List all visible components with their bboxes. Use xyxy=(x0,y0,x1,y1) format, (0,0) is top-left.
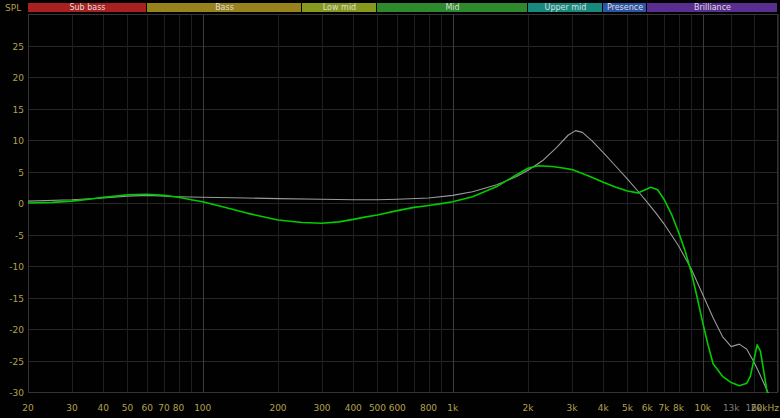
x-tick-label: 13k xyxy=(723,403,740,413)
x-tick-label: 20 xyxy=(22,403,34,413)
y-tick-label: -30 xyxy=(9,388,24,398)
x-tick-label: 8k xyxy=(673,403,685,413)
x-tick-label: 70 xyxy=(158,403,170,413)
x-tick-label: 400 xyxy=(345,403,362,413)
x-tick-label: 60 xyxy=(142,403,154,413)
x-tick-label: 800 xyxy=(420,403,437,413)
y-tick-label: -25 xyxy=(9,357,24,367)
x-tick-label: 6k xyxy=(642,403,654,413)
y-tick-label: -10 xyxy=(9,262,24,272)
y-tick-label: 10 xyxy=(13,136,25,146)
x-tick-label: 200 xyxy=(269,403,286,413)
x-tick-label: 7k xyxy=(659,403,671,413)
x-tick-label: 40 xyxy=(98,403,110,413)
y-tick-label: 5 xyxy=(18,168,24,178)
x-tick-label: 50 xyxy=(122,403,134,413)
x-tick-label: 4k xyxy=(598,403,610,413)
y-tick-label: 20 xyxy=(13,73,25,83)
band-label: Brilliance xyxy=(694,3,731,12)
x-tick-label: 80 xyxy=(173,403,185,413)
band-label: Presence xyxy=(607,3,643,12)
frequency-response-chart: Sub bassBassLow midMidUpper midPresenceB… xyxy=(0,0,780,418)
x-tick-label: 10k xyxy=(694,403,711,413)
band-label: Upper mid xyxy=(545,3,587,12)
x-tick-label: 300 xyxy=(313,403,330,413)
frequency-response-panel: Sub bassBassLow midMidUpper midPresenceB… xyxy=(0,0,780,418)
band-label: Low mid xyxy=(323,3,356,12)
x-tick-label: 2k xyxy=(523,403,535,413)
y-tick-label: 0 xyxy=(18,199,24,209)
band-label: Sub bass xyxy=(69,3,105,12)
y-tick-label: -5 xyxy=(15,231,24,241)
x-tick-label: 30 xyxy=(66,403,78,413)
x-tick-label: 100 xyxy=(194,403,211,413)
frequency-band-strip: Sub bassBassLow midMidUpper midPresenceB… xyxy=(28,3,777,12)
x-tick-label: 1k xyxy=(447,403,459,413)
y-tick-label: 15 xyxy=(13,105,24,115)
y-tick-label: 25 xyxy=(13,42,24,52)
y-tick-label: -15 xyxy=(9,294,24,304)
spl-axis-label: SPL xyxy=(5,3,21,13)
x-tick-label: 3k xyxy=(567,403,579,413)
y-tick-label: -20 xyxy=(9,325,24,335)
band-label: Bass xyxy=(215,3,234,12)
chart-background xyxy=(0,0,780,418)
x-tick-label: 20kHz xyxy=(751,403,779,413)
x-tick-label: 5k xyxy=(622,403,634,413)
x-tick-label: 600 xyxy=(389,403,406,413)
x-tick-label: 500 xyxy=(369,403,386,413)
band-label: Mid xyxy=(445,3,459,12)
